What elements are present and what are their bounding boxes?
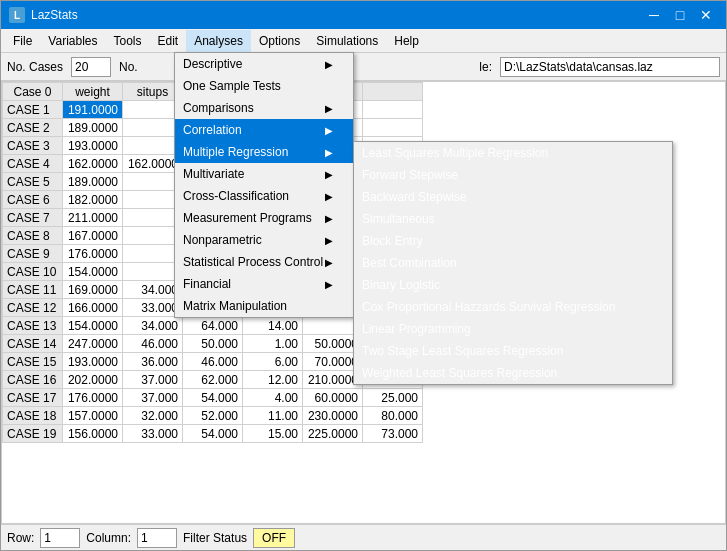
table-cell[interactable]: 166.0000	[63, 299, 123, 317]
menu-comparisons[interactable]: Comparisons ▶	[175, 97, 353, 119]
table-cell[interactable]: 176.0000	[63, 245, 123, 263]
submenu-forward-stepwise[interactable]: Forward Stepwise	[354, 164, 672, 186]
table-cell[interactable]	[363, 101, 423, 119]
submenu-weighted[interactable]: Weighted Least Squares Regression	[354, 362, 672, 384]
menu-variables[interactable]: Variables	[40, 30, 105, 52]
table-cell[interactable]: 46.000	[123, 335, 183, 353]
menu-cross-classification[interactable]: Cross-Classification ▶	[175, 185, 353, 207]
table-cell[interactable]: 247.0000	[63, 335, 123, 353]
table-cell[interactable]: 12.00	[243, 371, 303, 389]
table-cell[interactable]: 189.0000	[63, 119, 123, 137]
table-cell[interactable]: 189.0000	[63, 173, 123, 191]
submenu-two-stage[interactable]: Two Stage Least Squares Regression	[354, 340, 672, 362]
menu-matrix-manipulation[interactable]: Matrix Manipulation	[175, 295, 353, 317]
menu-simulations[interactable]: Simulations	[308, 30, 386, 52]
menu-statistical-process-control[interactable]: Statistical Process Control ▶	[175, 251, 353, 273]
table-cell[interactable]: 4.00	[243, 389, 303, 407]
table-cell[interactable]: CASE 13	[3, 317, 63, 335]
table-cell[interactable]: CASE 5	[3, 173, 63, 191]
minimize-button[interactable]: ─	[642, 5, 666, 25]
menu-help[interactable]: Help	[386, 30, 427, 52]
table-cell[interactable]: 193.0000	[63, 137, 123, 155]
table-cell[interactable]: 191.0000	[63, 101, 123, 119]
col-header-weight[interactable]: weight	[63, 83, 123, 101]
table-row[interactable]: CASE 17176.000037.00054.0004.0060.000025…	[3, 389, 423, 407]
menu-edit[interactable]: Edit	[150, 30, 187, 52]
menu-analyses[interactable]: Analyses	[186, 30, 251, 52]
table-cell[interactable]: 52.000	[183, 407, 243, 425]
table-cell[interactable]: 167.0000	[63, 227, 123, 245]
table-cell[interactable]: 182.0000	[63, 191, 123, 209]
col-header-extra3[interactable]	[363, 83, 423, 101]
table-row[interactable]: CASE 19156.000033.00054.00015.00225.0000…	[3, 425, 423, 443]
table-cell[interactable]: 37.000	[123, 389, 183, 407]
menu-file[interactable]: File	[5, 30, 40, 52]
menu-tools[interactable]: Tools	[105, 30, 149, 52]
table-cell[interactable]: CASE 8	[3, 227, 63, 245]
table-cell[interactable]: CASE 1	[3, 101, 63, 119]
col-header-0[interactable]: Case 0	[3, 83, 63, 101]
table-cell[interactable]: 46.000	[183, 353, 243, 371]
submenu-least-squares[interactable]: Least Squares Multiple Regression	[354, 142, 672, 164]
table-cell[interactable]: 36.000	[123, 353, 183, 371]
table-cell[interactable]: 11.00	[243, 407, 303, 425]
submenu-backward-stepwise[interactable]: Backward Stepwise	[354, 186, 672, 208]
table-cell[interactable]: 62.000	[183, 371, 243, 389]
table-cell[interactable]: CASE 11	[3, 281, 63, 299]
table-cell[interactable]: CASE 6	[3, 191, 63, 209]
table-cell[interactable]: 169.0000	[63, 281, 123, 299]
table-cell[interactable]: 33.000	[123, 425, 183, 443]
maximize-button[interactable]: □	[668, 5, 692, 25]
table-cell[interactable]: 14.00	[243, 317, 303, 335]
menu-descriptive[interactable]: Descriptive ▶	[175, 53, 353, 75]
table-cell[interactable]: CASE 4	[3, 155, 63, 173]
file-path-input[interactable]	[500, 57, 720, 77]
menu-measurement-programs[interactable]: Measurement Programs ▶	[175, 207, 353, 229]
table-row[interactable]: CASE 18157.000032.00052.00011.00230.0000…	[3, 407, 423, 425]
table-cell[interactable]: 64.000	[183, 317, 243, 335]
submenu-best-combination[interactable]: Best Combination	[354, 252, 672, 274]
menu-nonparametric[interactable]: Nonparametric ▶	[175, 229, 353, 251]
table-cell[interactable]: 211.0000	[63, 209, 123, 227]
table-cell[interactable]: 54.000	[183, 425, 243, 443]
table-cell[interactable]: 193.0000	[63, 353, 123, 371]
col-input[interactable]	[137, 528, 177, 548]
table-cell[interactable]: 176.0000	[63, 389, 123, 407]
table-cell[interactable]: 225.0000	[303, 425, 363, 443]
menu-correlation[interactable]: Correlation ▶	[175, 119, 353, 141]
table-cell[interactable]: CASE 19	[3, 425, 63, 443]
table-cell[interactable]: 6.00	[243, 353, 303, 371]
table-cell[interactable]: 157.0000	[63, 407, 123, 425]
table-cell[interactable]: 73.000	[363, 425, 423, 443]
table-cell[interactable]: 202.0000	[63, 371, 123, 389]
table-cell[interactable]: 15.00	[243, 425, 303, 443]
table-cell[interactable]: CASE 12	[3, 299, 63, 317]
table-cell[interactable]: CASE 16	[3, 371, 63, 389]
submenu-simultaneous[interactable]: Simultaneous	[354, 208, 672, 230]
table-cell[interactable]: 50.000	[183, 335, 243, 353]
menu-financial[interactable]: Financial ▶	[175, 273, 353, 295]
table-cell[interactable]: CASE 15	[3, 353, 63, 371]
table-cell[interactable]: 54.000	[183, 389, 243, 407]
table-cell[interactable]: 37.000	[123, 371, 183, 389]
table-cell[interactable]: 154.0000	[63, 317, 123, 335]
submenu-binary-logistic[interactable]: Binary Logistic	[354, 274, 672, 296]
table-cell[interactable]: 34.000	[123, 317, 183, 335]
table-cell[interactable]: 32.000	[123, 407, 183, 425]
table-cell[interactable]: 80.000	[363, 407, 423, 425]
menu-options[interactable]: Options	[251, 30, 308, 52]
row-input[interactable]	[40, 528, 80, 548]
table-cell[interactable]	[363, 119, 423, 137]
table-cell[interactable]: 154.0000	[63, 263, 123, 281]
submenu-cox[interactable]: Cox Proportional Hazzards Survival Regre…	[354, 296, 672, 318]
table-cell[interactable]: 156.0000	[63, 425, 123, 443]
submenu-linear-programming[interactable]: Linear Programming	[354, 318, 672, 340]
submenu-block-entry[interactable]: Block Entry	[354, 230, 672, 252]
table-cell[interactable]: CASE 3	[3, 137, 63, 155]
table-cell[interactable]: CASE 9	[3, 245, 63, 263]
table-cell[interactable]: CASE 14	[3, 335, 63, 353]
table-cell[interactable]: CASE 17	[3, 389, 63, 407]
table-cell[interactable]: 162.0000	[63, 155, 123, 173]
menu-multiple-regression[interactable]: Multiple Regression ▶ Least Squares Mult…	[175, 141, 353, 163]
cases-input[interactable]	[71, 57, 111, 77]
